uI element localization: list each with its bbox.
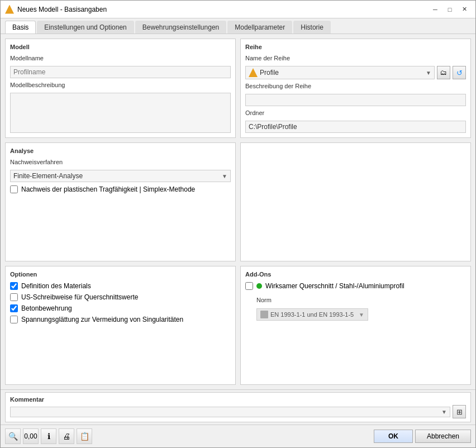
calculator-icon: 0,00 (24, 432, 37, 440)
ok-button[interactable]: OK (374, 430, 413, 443)
option-checkbox-3[interactable] (10, 316, 18, 323)
optionen-panel: Optionen Definition des Materials US-Sch… (5, 266, 236, 385)
norm-icon (260, 311, 268, 318)
kommentar-input-row: ▼ ⊞ (10, 405, 466, 418)
kommentar-section: Kommentar ▼ ⊞ (1, 389, 475, 425)
abbrechen-button[interactable]: Abbrechen (415, 430, 471, 443)
norm-select-row: EN 1993-1-1 und EN 1993-1-5 ▼ (256, 308, 466, 321)
reihe-beschreibung-label: Beschreibung der Reihe (245, 83, 466, 89)
option-checkbox-1[interactable] (10, 293, 18, 301)
addons-panel: Add-Ons Wirksamer Querschnitt / Stahl-/A… (240, 266, 471, 385)
reihe-name-select[interactable]: Profile ▼ (245, 66, 435, 79)
copy-button[interactable]: 📋 (77, 428, 92, 444)
addon-row-0: Wirksamer Querschnitt / Stahl-/Aluminium… (245, 282, 466, 290)
ordner-input[interactable] (245, 121, 466, 133)
reihe-title: Reihe (245, 44, 466, 50)
plastisch-row: Nachweis der plastischen Tragfähigkeit |… (10, 185, 231, 193)
option-row-0: Definition des Materials (10, 282, 231, 290)
ordner-label: Ordner (245, 109, 466, 116)
norm-dropdown: EN 1993-1-1 und EN 1993-1-5 ▼ (256, 308, 368, 321)
modellname-input[interactable] (10, 66, 231, 78)
option-label-1: US-Schreibweise für Querschnittswerte (21, 293, 138, 301)
option-label-2: Betonbewehrung (21, 304, 72, 312)
reihe-name-icon: Profile (249, 68, 279, 77)
tabs-bar: Basis Einstellungen und Optionen Bewehru… (1, 18, 475, 34)
kommentar-panel: Kommentar ▼ ⊞ (5, 392, 471, 422)
refresh-icon: ↺ (456, 69, 463, 77)
option-row-3: Spannungsglättung zur Vermeidung von Sin… (10, 316, 231, 323)
kommentar-add-button[interactable]: ⊞ (453, 405, 466, 418)
analyse-panel: Analyse Nachweisverfahren Finite-Element… (5, 142, 236, 261)
plus-icon: ⊞ (456, 408, 463, 416)
tab-historie[interactable]: Historie (293, 21, 331, 34)
bottom-row: Optionen Definition des Materials US-Sch… (5, 266, 471, 385)
search-icon: 🔍 (8, 432, 18, 441)
optionen-title: Optionen (10, 271, 231, 278)
calculator-button[interactable]: 0,00 (23, 428, 39, 444)
modellbeschreibung-label: Modellbeschreibung (10, 82, 231, 88)
chevron-down-icon: ▼ (426, 70, 431, 76)
main-window: Neues Modell - Basisangaben ─ □ ✕ Basis … (0, 0, 476, 448)
modellbeschreibung-input[interactable] (10, 93, 231, 133)
reihe-icon (249, 68, 258, 77)
minimize-button[interactable]: ─ (429, 4, 442, 15)
top-row: Modell Modellname Modellbeschreibung Rei… (5, 39, 471, 138)
option-label-3: Spannungsglättung zur Vermeidung von Sin… (21, 316, 183, 323)
nachweisverfahren-label: Nachweisverfahren (10, 159, 231, 165)
plastisch-checkbox[interactable] (10, 185, 18, 193)
reihe-name-row: Profile ▼ 🗂 ↺ (245, 66, 466, 79)
tab-basis[interactable]: Basis (5, 21, 36, 34)
analyse-title: Analyse (10, 147, 231, 154)
addon-label-0: Wirksamer Querschnitt / Stahl-/Aluminium… (265, 282, 404, 290)
green-dot-icon (256, 283, 262, 289)
nachweisverfahren-select[interactable]: Finite-Element-Analyse ▼ (10, 170, 231, 182)
window-title: Neues Modell - Basisangaben (17, 6, 429, 13)
norm-value: EN 1993-1-1 und EN 1993-1-5 (270, 311, 354, 318)
window-controls: ─ □ ✕ (429, 4, 471, 15)
option-row-2: Betonbewehrung (10, 304, 231, 312)
kommentar-chevron-icon: ▼ (441, 409, 447, 415)
tab-modellparameter[interactable]: Modellparameter (227, 21, 292, 34)
tab-bewehrung[interactable]: Bewehrungseinstellungen (135, 21, 226, 34)
folder-icon: 🗂 (440, 69, 447, 77)
nachweisverfahren-chevron: ▼ (222, 173, 227, 179)
modell-panel: Modell Modellname Modellbeschreibung (5, 39, 236, 138)
maximize-button[interactable]: □ (443, 4, 456, 15)
addons-title: Add-Ons (245, 271, 466, 278)
option-row-1: US-Schreibweise für Querschnittswerte (10, 293, 231, 301)
reihe-beschreibung-input[interactable] (245, 94, 466, 106)
reihe-panel: Reihe Name der Reihe Profile ▼ 🗂 ↺ (240, 39, 471, 138)
middle-row: Analyse Nachweisverfahren Finite-Element… (5, 142, 471, 261)
info-icon: ℹ (47, 432, 50, 441)
copy-icon: 📋 (80, 432, 89, 441)
modell-title: Modell (10, 44, 231, 50)
nachweisverfahren-value: Finite-Element-Analyse (13, 172, 83, 180)
reihe-browse-button[interactable]: 🗂 (437, 66, 450, 79)
option-checkbox-2[interactable] (10, 304, 18, 312)
kommentar-label: Kommentar (10, 396, 466, 403)
print-button[interactable]: 🖨 (59, 428, 74, 444)
kommentar-dropdown[interactable]: ▼ (10, 407, 450, 417)
option-checkbox-0[interactable] (10, 282, 18, 290)
reihe-name-label: Name der Reihe (245, 55, 466, 61)
print-icon: 🖨 (63, 432, 70, 441)
main-content: Modell Modellname Modellbeschreibung Rei… (1, 34, 475, 389)
analyse-right-panel (240, 142, 471, 261)
norm-label: Norm (256, 297, 466, 303)
reihe-name-value: Profile (260, 69, 279, 77)
search-bottom-button[interactable]: 🔍 (5, 428, 21, 444)
option-label-0: Definition des Materials (21, 282, 91, 290)
titlebar: Neues Modell - Basisangaben ─ □ ✕ (1, 1, 475, 18)
norm-chevron-icon: ▼ (359, 312, 364, 318)
modellname-label: Modellname (10, 55, 231, 61)
addon-checkbox-0[interactable] (245, 282, 253, 290)
close-button[interactable]: ✕ (458, 4, 471, 15)
reihe-refresh-button[interactable]: ↺ (453, 66, 466, 79)
app-icon (5, 5, 14, 14)
bottom-bar: 🔍 0,00 ℹ 🖨 📋 OK Abbrechen (1, 425, 475, 447)
plastisch-label: Nachweis der plastischen Tragfähigkeit |… (21, 185, 195, 193)
tab-einstellungen[interactable]: Einstellungen und Optionen (37, 21, 134, 34)
info-button[interactable]: ℹ (41, 428, 56, 444)
